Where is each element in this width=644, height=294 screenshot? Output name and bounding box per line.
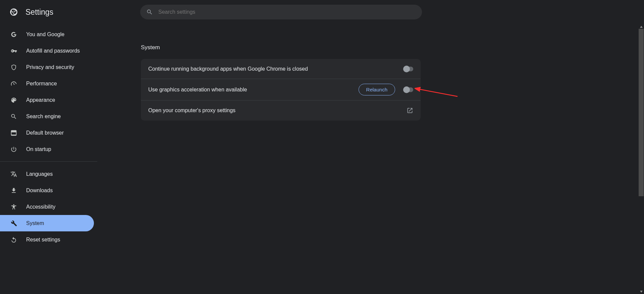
chrome-logo-icon: [9, 8, 18, 16]
sidebar-item-reset[interactable]: Reset settings: [0, 231, 94, 248]
search-icon: [10, 113, 17, 120]
page-title: Settings: [25, 8, 53, 17]
search-input[interactable]: [158, 9, 393, 15]
browser-icon: [10, 129, 17, 137]
sidebar-item-label: Search engine: [26, 114, 61, 120]
sidebar-item-performance[interactable]: Performance: [0, 75, 94, 92]
section-title: System: [141, 44, 644, 51]
sidebar-item-startup[interactable]: On startup: [0, 141, 94, 157]
sidebar-item-autofill[interactable]: Autofill and passwords: [0, 43, 94, 59]
settings-card: Continue running background apps when Go…: [141, 59, 421, 121]
sidebar-divider: [0, 161, 97, 162]
sidebar: You and Google Autofill and passwords Pr…: [0, 24, 97, 294]
power-icon: [10, 146, 17, 153]
sidebar-item-default-browser[interactable]: Default browser: [0, 125, 94, 141]
sidebar-item-you-google[interactable]: You and Google: [0, 26, 94, 43]
search-container: [140, 5, 422, 19]
sidebar-item-label: Downloads: [26, 188, 53, 194]
row-graphics-acceleration: Use graphics acceleration when available…: [141, 79, 421, 100]
sidebar-item-label: Appearance: [26, 97, 55, 103]
sidebar-item-label: Autofill and passwords: [26, 48, 80, 54]
sidebar-item-appearance[interactable]: Appearance: [0, 92, 94, 108]
scrollbar-down-button[interactable]: [639, 289, 644, 294]
search-icon: [146, 9, 153, 15]
row-background-apps: Continue running background apps when Go…: [141, 59, 421, 79]
wrench-icon: [10, 220, 17, 227]
sidebar-item-downloads[interactable]: Downloads: [0, 182, 94, 199]
search-box[interactable]: [140, 5, 422, 19]
translate-icon: [10, 170, 17, 178]
sidebar-item-search-engine[interactable]: Search engine: [0, 108, 94, 125]
relaunch-button[interactable]: Relaunch: [359, 84, 395, 95]
sidebar-item-accessibility[interactable]: Accessibility: [0, 199, 94, 215]
shield-icon: [10, 64, 17, 71]
sidebar-item-label: System: [26, 220, 44, 226]
sidebar-item-label: Privacy and security: [26, 64, 74, 70]
open-external-icon: [407, 107, 413, 114]
sidebar-item-system[interactable]: System: [0, 215, 94, 231]
reset-icon: [10, 236, 17, 243]
row-label: Continue running background apps when Go…: [148, 66, 403, 72]
sidebar-item-label: Reset settings: [26, 237, 60, 243]
sidebar-item-privacy[interactable]: Privacy and security: [0, 59, 94, 75]
speedometer-icon: [10, 80, 17, 87]
main-content: System Continue running background apps …: [103, 24, 644, 121]
palette-icon: [10, 96, 17, 104]
download-icon: [10, 187, 17, 194]
sidebar-item-label: On startup: [26, 146, 51, 152]
row-label: Open your computer's proxy settings: [148, 107, 407, 114]
sidebar-item-label: Default browser: [26, 130, 64, 136]
google-g-icon: [10, 31, 17, 38]
row-proxy-settings[interactable]: Open your computer's proxy settings: [141, 100, 421, 121]
sidebar-item-label: Languages: [26, 171, 53, 177]
accessibility-icon: [10, 203, 17, 211]
row-label: Use graphics acceleration when available: [148, 87, 359, 93]
key-icon: [10, 47, 17, 55]
row-actions: [407, 107, 413, 114]
toggle-graphics-acceleration[interactable]: [403, 87, 413, 92]
sidebar-item-label: You and Google: [26, 31, 64, 38]
sidebar-item-languages[interactable]: Languages: [0, 166, 94, 182]
row-actions: Relaunch: [359, 84, 413, 95]
row-actions: [403, 67, 413, 71]
toggle-background-apps[interactable]: [403, 67, 413, 71]
sidebar-item-label: Accessibility: [26, 204, 55, 210]
sidebar-item-label: Performance: [26, 81, 57, 87]
